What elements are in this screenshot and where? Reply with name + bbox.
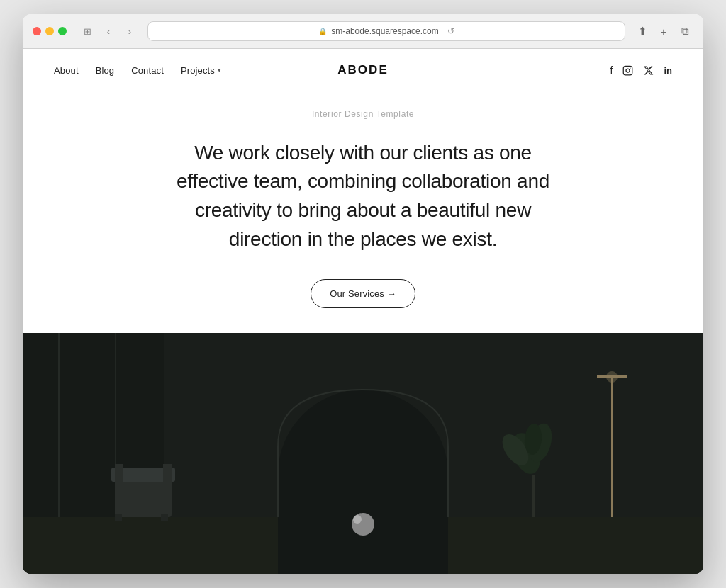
minimize-button[interactable] [45, 27, 54, 35]
website-content: About Blog Contact Projects ▾ ABODE f [23, 49, 703, 574]
nav-about[interactable]: About [54, 65, 79, 76]
address-bar[interactable]: 🔒 sm-abode.squarespace.com ↺ [147, 21, 625, 41]
svg-rect-10 [611, 375, 613, 517]
svg-point-2 [630, 67, 631, 68]
nav-contact[interactable]: Contact [131, 65, 164, 76]
hero-subtitle: Interior Design Template [312, 109, 414, 119]
url-text: sm-abode.squarespace.com [331, 26, 438, 36]
hero-section: Interior Design Template We work closely… [23, 91, 703, 333]
reload-button[interactable]: ↺ [447, 26, 454, 36]
sidebar-toggle-button[interactable]: ⊞ [78, 24, 96, 38]
back-button[interactable]: ‹ [99, 24, 118, 38]
browser-chrome: ⊞ ‹ › 🔒 sm-abode.squarespace.com ↺ ⬆ + ⧉ [23, 14, 703, 49]
svg-rect-8 [58, 333, 60, 517]
projects-chevron-icon: ▾ [218, 67, 221, 74]
forward-button[interactable]: › [121, 24, 139, 38]
room-illustration [23, 333, 703, 574]
share-button[interactable]: ⬆ [634, 23, 651, 40]
cta-button[interactable]: Our Services → [311, 279, 415, 308]
instagram-icon[interactable] [622, 65, 633, 76]
linkedin-icon[interactable]: in [664, 65, 672, 76]
nav-projects[interactable]: Projects ▾ [181, 65, 221, 76]
twitter-icon[interactable] [643, 65, 654, 76]
nav-left: About Blog Contact Projects ▾ [54, 65, 221, 76]
dark-room-section [23, 333, 703, 574]
hero-heading: We work closely with our clients as one … [175, 139, 551, 254]
nav-blog[interactable]: Blog [96, 65, 115, 76]
browser-window: ⊞ ‹ › 🔒 sm-abode.squarespace.com ↺ ⬆ + ⧉… [23, 14, 703, 574]
svg-rect-18 [163, 464, 172, 485]
browser-actions: ⬆ + ⧉ [634, 23, 693, 40]
site-logo[interactable]: ABODE [337, 63, 389, 77]
nav-social: f in [610, 64, 672, 76]
facebook-icon[interactable]: f [610, 64, 613, 76]
svg-point-12 [606, 371, 618, 383]
svg-rect-17 [115, 464, 123, 485]
svg-rect-23 [532, 475, 535, 517]
new-tab-button[interactable]: + [655, 23, 672, 40]
site-header: About Blog Contact Projects ▾ ABODE f [23, 49, 703, 91]
lock-icon: 🔒 [318, 28, 327, 35]
svg-rect-15 [115, 514, 122, 521]
traffic-lights [33, 27, 67, 35]
svg-point-25 [353, 515, 362, 524]
maximize-button[interactable] [58, 27, 67, 35]
svg-rect-0 [624, 66, 633, 75]
tabs-button[interactable]: ⧉ [676, 23, 693, 40]
browser-controls: ⊞ ‹ › [78, 24, 139, 38]
close-button[interactable] [33, 27, 41, 35]
svg-point-1 [626, 69, 630, 72]
svg-rect-16 [161, 514, 168, 521]
